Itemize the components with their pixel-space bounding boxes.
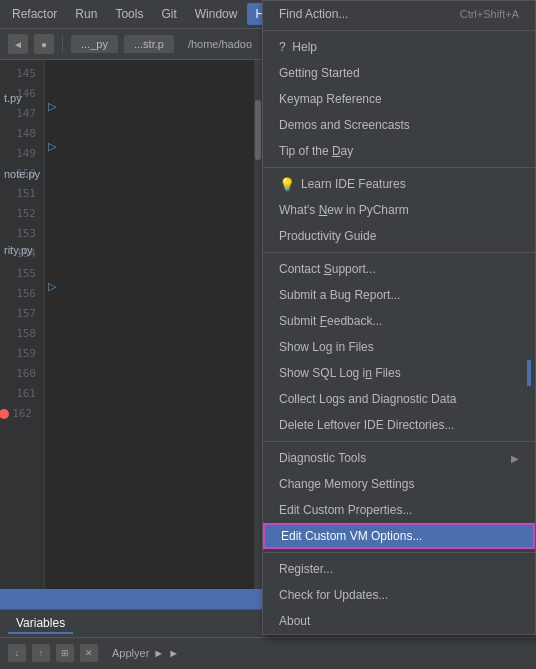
menu-productivity-guide[interactable]: Productivity Guide	[263, 223, 535, 249]
menu-check-updates[interactable]: Check for Updates...	[263, 582, 535, 608]
toolbar-tab-1[interactable]: ..._py	[71, 35, 118, 53]
delete-leftover-label: Delete Leftover IDE Directories...	[279, 418, 454, 432]
demos-screencasts-label: Demos and Screencasts	[279, 118, 410, 132]
submit-bug-label: Submit a Bug Report...	[279, 288, 400, 302]
breakpoint-icon	[0, 409, 9, 419]
sep-4	[263, 441, 535, 442]
toolbar-icon-2[interactable]: ●	[34, 34, 54, 54]
line-156: 156	[0, 284, 36, 304]
toolbar-separator-1	[62, 35, 63, 53]
productivity-guide-label: Productivity Guide	[279, 229, 376, 243]
toolbar-path: /home/hadoo	[188, 38, 252, 50]
menu-git[interactable]: Git	[153, 3, 184, 25]
keymap-reference-label: Keymap Reference	[279, 92, 382, 106]
menu-refactor[interactable]: Refactor	[4, 3, 65, 25]
about-label: About	[279, 614, 310, 628]
line-157: 157	[0, 304, 36, 324]
menu-edit-custom-props[interactable]: Edit Custom Properties...	[263, 497, 535, 523]
menu-window[interactable]: Window	[187, 3, 246, 25]
menu-tip-of-day[interactable]: Tip of the Day	[263, 138, 535, 164]
menu-submit-feedback[interactable]: Submit Feedback...	[263, 308, 535, 334]
learn-ide-icon: 💡	[279, 177, 295, 192]
line-155: 155	[0, 264, 36, 284]
line-162: 162	[0, 404, 36, 424]
collect-logs-label: Collect Logs and Diagnostic Data	[279, 392, 456, 406]
menu-show-sql-log[interactable]: Show SQL Log in Files	[263, 360, 535, 386]
menu-about[interactable]: About	[263, 608, 535, 634]
menu-getting-started[interactable]: Getting Started	[263, 60, 535, 86]
diagnostic-tools-arrow: ▶	[511, 453, 519, 464]
line-158: 158	[0, 324, 36, 344]
left-filenames: t.py note.py rity.py	[0, 90, 70, 258]
bottom-nav: Applyer ► ►	[104, 647, 187, 659]
sep-1	[263, 30, 535, 31]
show-log-label: Show Log in Files	[279, 340, 374, 354]
bottom-tab-variables[interactable]: Variables	[8, 614, 73, 634]
nav-applyer: Applyer	[112, 647, 149, 659]
editor-scrollbar[interactable]	[254, 60, 262, 600]
line-161: 161	[0, 384, 36, 404]
whats-new-label: What's New in PyCharm	[279, 203, 409, 217]
menu-whats-new[interactable]: What's New in PyCharm	[263, 197, 535, 223]
help-item-label: ? Help	[279, 40, 317, 54]
filename-t-py: t.py	[0, 90, 70, 106]
menu-diagnostic-tools[interactable]: Diagnostic Tools ▶	[263, 445, 535, 471]
line-145: 145	[0, 64, 36, 84]
menu-demos-screencasts[interactable]: Demos and Screencasts	[263, 112, 535, 138]
getting-started-label: Getting Started	[279, 66, 360, 80]
nav-arrow-2: ►	[168, 647, 179, 659]
menu-contact-support[interactable]: Contact Support...	[263, 256, 535, 282]
learn-ide-label: Learn IDE Features	[301, 177, 406, 191]
gutter-arrow-156: ▷	[45, 280, 59, 293]
help-dropdown-menu: Find Action... Ctrl+Shift+A ? Help Getti…	[262, 0, 536, 635]
edit-custom-vm-label: Edit Custom VM Options...	[281, 529, 422, 543]
find-action-label: Find Action...	[279, 7, 348, 21]
tip-of-day-label: Tip of the Day	[279, 144, 353, 158]
toolbar-tab-2[interactable]: ...str.p	[124, 35, 174, 53]
filename-rity-py: rity.py	[0, 242, 70, 258]
edit-custom-props-label: Edit Custom Properties...	[279, 503, 412, 517]
bottom-btn-4[interactable]: ✕	[80, 644, 98, 662]
menu-collect-logs[interactable]: Collect Logs and Diagnostic Data	[263, 386, 535, 412]
check-updates-label: Check for Updates...	[279, 588, 388, 602]
menu-show-log[interactable]: Show Log in Files	[263, 334, 535, 360]
toolbar-icon-1[interactable]: ◄	[8, 34, 28, 54]
sep-3	[263, 252, 535, 253]
menu-tools[interactable]: Tools	[107, 3, 151, 25]
bottom-toolbar: ↓ ↑ ⊞ ✕ Applyer ► ►	[0, 638, 536, 668]
show-sql-log-label: Show SQL Log in Files	[279, 366, 401, 380]
contact-support-label: Contact Support...	[279, 262, 376, 276]
line-159: 159	[0, 344, 36, 364]
menu-delete-leftover[interactable]: Delete Leftover IDE Directories...	[263, 412, 535, 438]
menu-submit-bug[interactable]: Submit a Bug Report...	[263, 282, 535, 308]
menu-keymap-reference[interactable]: Keymap Reference	[263, 86, 535, 112]
sep-5	[263, 552, 535, 553]
right-indicator	[527, 360, 531, 386]
register-label: Register...	[279, 562, 333, 576]
menu-find-action[interactable]: Find Action... Ctrl+Shift+A	[263, 1, 535, 27]
menu-register[interactable]: Register...	[263, 556, 535, 582]
scrollbar-thumb[interactable]	[255, 100, 261, 160]
submit-feedback-label: Submit Feedback...	[279, 314, 382, 328]
diagnostic-tools-label: Diagnostic Tools	[279, 451, 366, 465]
nav-arrow-1: ►	[153, 647, 164, 659]
menu-learn-ide[interactable]: 💡 Learn IDE Features	[263, 171, 535, 197]
menu-change-memory[interactable]: Change Memory Settings	[263, 471, 535, 497]
bottom-btn-1[interactable]: ↓	[8, 644, 26, 662]
sep-2	[263, 167, 535, 168]
change-memory-label: Change Memory Settings	[279, 477, 414, 491]
line-160: 160	[0, 364, 36, 384]
menu-edit-custom-vm[interactable]: Edit Custom VM Options...	[263, 523, 535, 549]
bottom-btn-3[interactable]: ⊞	[56, 644, 74, 662]
menu-help-item[interactable]: ? Help	[263, 34, 535, 60]
menu-run[interactable]: Run	[67, 3, 105, 25]
bottom-btn-2[interactable]: ↑	[32, 644, 50, 662]
editor-content[interactable]: ▷ ▷ ▷	[45, 60, 254, 600]
find-action-shortcut: Ctrl+Shift+A	[460, 8, 519, 20]
filename-note-py: note.py	[0, 166, 70, 182]
